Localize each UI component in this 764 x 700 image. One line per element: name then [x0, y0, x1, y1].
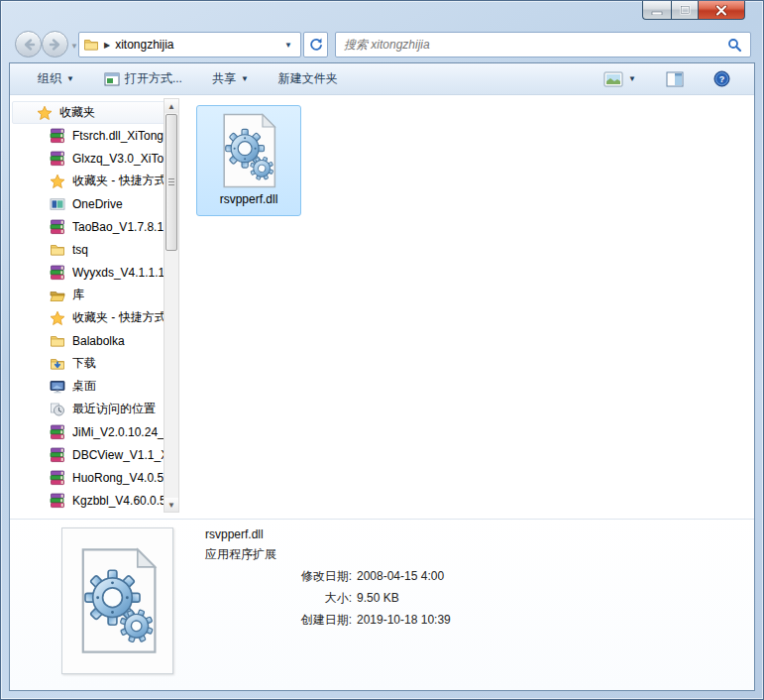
sidebar-item-onedrive[interactable]: OneDrive	[10, 192, 180, 215]
sidebar-item-glxzq-v3-0-xito[interactable]: Glxzq_V3.0_XiTo	[10, 147, 180, 170]
open-with-label: 打开方式...	[125, 70, 182, 87]
scrollbar-thumb[interactable]	[165, 114, 177, 251]
sidebar-item-label: tsq	[72, 243, 88, 257]
sidebar-item-label: JiMi_V2.0.10.24_	[72, 425, 164, 439]
rar-icon	[50, 219, 65, 235]
sidebar-item-huorong-v4-0-5[interactable]: HuoRong_V4.0.5	[10, 466, 180, 489]
search-icon[interactable]	[727, 38, 742, 53]
maximize-icon	[680, 5, 691, 15]
refresh-icon	[308, 37, 324, 53]
sidebar-item-tsq[interactable]: tsq	[10, 238, 180, 261]
recent-pages-chevron-icon[interactable]: ▼	[70, 42, 78, 51]
back-button[interactable]	[15, 31, 42, 58]
sidebar-group-favorites[interactable]: 收藏夹	[12, 101, 166, 124]
minimize-icon	[651, 6, 663, 15]
maximize-button[interactable]	[671, 1, 699, 20]
download-icon	[50, 356, 65, 372]
library-icon	[50, 288, 65, 303]
desktop-icon	[50, 379, 65, 395]
sidebar-item-label: DBCView_V1.1_X	[72, 448, 168, 462]
svg-text:?: ?	[719, 74, 725, 84]
sidebar-item-收藏夹-快捷方式[interactable]: 收藏夹 - 快捷方式	[10, 306, 180, 329]
breadcrumb-arrow-icon: ▶	[104, 41, 110, 50]
new-folder-button[interactable]: 新建文件夹	[271, 66, 346, 91]
details-row: 大小:9.50 KB	[205, 587, 451, 609]
sidebar-item-下载[interactable]: 下载	[10, 352, 180, 375]
preview-pane-button[interactable]	[658, 67, 692, 91]
star-icon	[37, 105, 53, 121]
sidebar-item-最近访问的位置[interactable]: 最近访问的位置	[10, 398, 180, 420]
share-label: 共享	[212, 70, 236, 87]
address-bar[interactable]: ▶ xitongzhijia ▼	[78, 32, 301, 58]
sidebar-item-kgzbbl-v4-60-0-5[interactable]: Kgzbbl_V4.60.0.5	[10, 489, 180, 512]
sidebar-item-label: OneDrive	[72, 197, 123, 211]
rar-icon	[50, 493, 65, 509]
sidebar-item-taobao-v1-7-8-1[interactable]: TaoBao_V1.7.8.1	[10, 215, 180, 238]
window-controls	[642, 1, 745, 20]
sidebar-list: 收藏夹Ftsrch.dll_XiTongGlxzq_V3.0_XiTo收藏夹 -…	[10, 101, 180, 512]
sidebar-scrollbar[interactable]: ▲ ▼	[164, 98, 179, 513]
help-button[interactable]: ?	[706, 66, 738, 91]
sidebar-item-label: Wyyxds_V4.1.1.1	[72, 266, 164, 280]
sidebar-item-label: TaoBao_V1.7.8.1	[72, 220, 164, 234]
sidebar-item-jimi-v2-0-10-24-[interactable]: JiMi_V2.0.10.24_	[10, 420, 180, 443]
chevron-down-icon: ▼	[628, 74, 636, 83]
chevron-down-icon: ▼	[66, 74, 74, 83]
sidebar-item-label: Glxzq_V3.0_XiTo	[72, 152, 164, 166]
open-with-button[interactable]: 打开方式...	[96, 66, 190, 91]
address-dropdown-icon[interactable]: ▼	[284, 41, 296, 50]
minimize-button[interactable]	[642, 1, 671, 20]
file-item-rsvpperf[interactable]: rsvpperf.dll	[196, 105, 301, 216]
dll-file-icon	[218, 111, 279, 190]
folder-icon	[50, 242, 65, 258]
rar-icon	[50, 151, 65, 167]
refresh-button[interactable]	[303, 32, 328, 58]
onedrive-icon	[50, 196, 65, 212]
details-row: 修改日期:2008-04-15 4:00	[205, 565, 451, 587]
search-input[interactable]	[344, 38, 727, 52]
search-box[interactable]	[335, 32, 751, 58]
sidebar-item-label: 库	[72, 287, 84, 303]
sidebar-item-桌面[interactable]: 桌面	[10, 375, 180, 398]
sidebar-item-收藏夹-快捷方式[interactable]: 收藏夹 - 快捷方式	[10, 170, 180, 192]
rar-icon	[50, 265, 65, 281]
details-rows: 修改日期:2008-04-15 4:00大小:9.50 KB创建日期:2019-…	[205, 565, 451, 631]
share-button[interactable]: 共享▼	[204, 66, 257, 91]
sidebar-item-ftsrch-dll-xitong[interactable]: Ftsrch.dll_XiTong	[10, 124, 180, 147]
sidebar-item-label: 桌面	[72, 378, 96, 395]
sidebar-item-dbcview-v1-1-x[interactable]: DBCView_V1.1_X	[10, 443, 180, 466]
details-row-value: 2019-10-18 10:39	[357, 613, 451, 627]
client-area: 组织▼ 打开方式... 共享▼ 新建文件夹	[9, 62, 755, 691]
sidebar-item-label: Ftsrch.dll_XiTong	[72, 129, 164, 143]
details-row-label: 修改日期:	[205, 568, 352, 585]
forward-button[interactable]	[42, 31, 68, 58]
details-row-value: 2008-04-15 4:00	[357, 569, 444, 583]
sidebar-item-label: HuoRong_V4.0.5	[72, 471, 164, 485]
command-toolbar: 组织▼ 打开方式... 共享▼ 新建文件夹	[10, 63, 754, 95]
file-name-label: rsvpperf.dll	[220, 192, 278, 206]
star-icon	[50, 174, 65, 189]
sidebar-item-label: 收藏夹	[59, 104, 95, 121]
sidebar-item-库[interactable]: 库	[10, 284, 180, 306]
file-list-area[interactable]: rsvpperf.dll	[180, 95, 754, 519]
sidebar-item-wyyxds-v4-1-1-1[interactable]: Wyyxds_V4.1.1.1	[10, 261, 180, 284]
details-file-type: 应用程序扩展	[205, 546, 276, 563]
details-pane: rsvpperf.dll 应用程序扩展 修改日期:2008-04-15 4:00…	[10, 519, 754, 690]
explorer-window: ▼ ▶ xitongzhijia ▼	[0, 0, 764, 700]
sidebar-item-label: Balabolka	[72, 334, 125, 348]
close-button[interactable]	[699, 1, 745, 20]
preview-pane-icon	[666, 71, 684, 87]
scroll-down-icon[interactable]: ▼	[164, 498, 178, 512]
sidebar-item-balabolka[interactable]: Balabolka	[10, 329, 180, 352]
star-icon	[50, 310, 65, 326]
app-window-icon	[104, 72, 120, 86]
breadcrumb[interactable]: xitongzhijia	[115, 38, 173, 52]
details-row-label: 创建日期:	[205, 612, 352, 629]
organize-button[interactable]: 组织▼	[30, 66, 82, 91]
back-arrow-icon	[20, 36, 38, 54]
close-icon	[715, 5, 727, 16]
views-icon	[603, 71, 623, 87]
change-view-button[interactable]: ▼	[596, 67, 644, 91]
rar-icon	[50, 470, 65, 486]
scroll-up-icon[interactable]: ▲	[164, 99, 178, 113]
